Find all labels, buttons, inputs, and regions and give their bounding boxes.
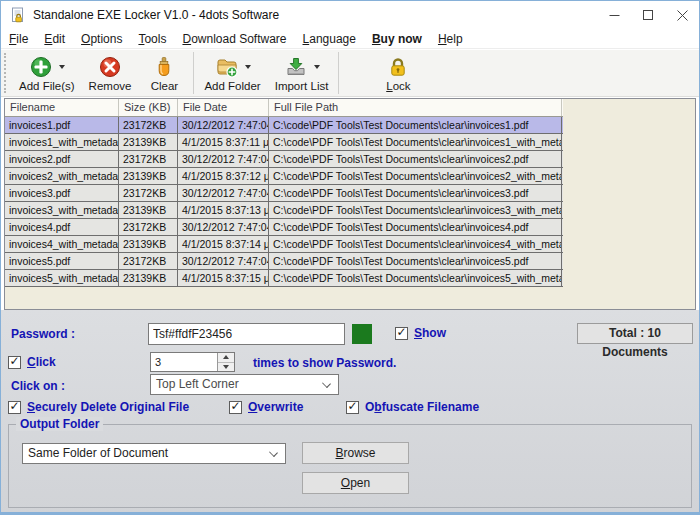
menu-language[interactable]: Language (295, 29, 364, 49)
table-cell: C:\code\PDF Tools\Test Documents\clear\i… (269, 151, 562, 167)
clear-icon (152, 55, 176, 79)
click-on-value: Top Left Corner (156, 377, 239, 391)
menu-buy-now[interactable]: Buy now (364, 29, 430, 49)
lock-icon (386, 55, 410, 79)
toolbar-gripper[interactable] (4, 53, 8, 93)
menu-tools[interactable]: Tools (130, 29, 174, 49)
maximize-icon (643, 10, 653, 20)
table-cell: C:\code\PDF Tools\Test Documents\clear\i… (269, 168, 562, 184)
table-row[interactable]: invoices2_with_metadata.pdf23139KB4/1/20… (5, 168, 563, 185)
import-list-icon (284, 55, 308, 79)
times-to-show-label: times to show Password. (253, 356, 396, 370)
table-cell: C:\code\PDF Tools\Test Documents\clear\i… (269, 253, 562, 269)
add-files-button[interactable]: Add File(s) (12, 53, 82, 93)
browse-button[interactable]: Browse (302, 442, 409, 464)
table-cell: 23172KB (119, 219, 178, 235)
menubar: File Edit Options Tools Download Softwar… (1, 29, 699, 49)
table-cell: 23139KB (119, 202, 178, 218)
table-cell: 23139KB (119, 134, 178, 150)
menu-file[interactable]: File (1, 29, 36, 49)
minimize-button[interactable] (597, 1, 631, 29)
table-row[interactable]: invoices4.pdf23172KB30/12/2012 7:47:04 π… (5, 219, 563, 236)
obfuscate-filename-checkbox[interactable]: Obfuscate Filename (346, 400, 479, 414)
output-folder-title: Output Folder (16, 417, 103, 431)
column-header-size[interactable]: Size (KB) (119, 99, 178, 116)
table-cell: 23139KB (119, 270, 178, 286)
close-button[interactable] (665, 1, 699, 29)
table-cell: 30/12/2012 7:47:04 πμ (178, 219, 269, 235)
open-button[interactable]: Open (302, 472, 409, 494)
show-password-checkbox[interactable]: Show (395, 326, 446, 340)
table-row[interactable]: invoices3_with_metadata.pdf23139KB4/1/20… (5, 202, 563, 219)
column-header-filename[interactable]: Filename (5, 99, 119, 116)
add-folder-icon (215, 55, 239, 79)
table-cell: 23172KB (119, 185, 178, 201)
table-cell: invoices1.pdf (5, 117, 119, 133)
click-checkbox[interactable]: Click (8, 355, 56, 369)
menu-download-software[interactable]: Download Software (174, 29, 294, 49)
password-input[interactable] (148, 323, 345, 345)
table-row[interactable]: invoices5_with_metadata.pdf23139KB4/1/20… (5, 270, 563, 287)
file-list: Filename Size (KB) File Date Full File P… (4, 98, 696, 310)
lock-button[interactable]: Lock (372, 53, 424, 93)
table-row[interactable]: invoices1_with_metadata.pdf23139KB4/1/20… (5, 134, 563, 151)
securely-delete-label: Securely Delete Original File (27, 400, 189, 414)
table-cell: invoices2_with_metadata.pdf (5, 168, 119, 184)
chevron-down-icon (269, 448, 278, 457)
table-cell: 4/1/2015 8:37:11 μμ (178, 134, 269, 150)
table-cell: 4/1/2015 8:37:13 μμ (178, 202, 269, 218)
table-cell: 30/12/2012 7:47:04 πμ (178, 151, 269, 167)
remove-button[interactable]: Remove (82, 53, 139, 93)
table-row[interactable]: invoices2.pdf23172KB30/12/2012 7:47:04 π… (5, 151, 563, 168)
import-list-button[interactable]: Import List (268, 53, 336, 93)
table-cell: 23172KB (119, 253, 178, 269)
password-label: Password : (11, 327, 75, 341)
output-folder-select[interactable]: Same Folder of Document (22, 443, 286, 464)
table-cell: C:\code\PDF Tools\Test Documents\clear\i… (269, 134, 562, 150)
table-cell: C:\code\PDF Tools\Test Documents\clear\i… (269, 270, 562, 286)
clear-button[interactable]: Clear (138, 53, 190, 93)
add-folder-dropdown-icon[interactable] (245, 65, 251, 69)
checkbox-check-icon (346, 401, 359, 414)
table-cell: C:\code\PDF Tools\Test Documents\clear\i… (269, 219, 562, 235)
stepper-up-button[interactable] (218, 353, 234, 363)
checkbox-check-icon (229, 401, 242, 414)
add-files-dropdown-icon[interactable] (59, 65, 65, 69)
column-header-file-date[interactable]: File Date (178, 99, 269, 116)
table-cell: 23172KB (119, 151, 178, 167)
table-cell: invoices5_with_metadata.pdf (5, 270, 119, 286)
table-cell: 23172KB (119, 117, 178, 133)
menu-options[interactable]: Options (73, 29, 130, 49)
checkbox-check-icon (8, 401, 21, 414)
toolbar: Add File(s) Remove Clear (1, 50, 699, 97)
overwrite-checkbox[interactable]: Overwrite (229, 400, 303, 414)
table-cell: 4/1/2015 8:37:14 μμ (178, 236, 269, 252)
overwrite-label: Overwrite (248, 400, 303, 414)
minimize-icon (609, 10, 620, 21)
stepper-down-button[interactable] (218, 363, 234, 372)
click-count-stepper[interactable]: 3 (150, 352, 235, 372)
remove-icon (98, 55, 122, 79)
table-cell: invoices1_with_metadata.pdf (5, 134, 119, 150)
options-panel: Password : Show Total : 10 Documents Cli… (1, 310, 699, 513)
menu-edit[interactable]: Edit (36, 29, 73, 49)
column-header-full-file-path[interactable]: Full File Path (269, 99, 562, 116)
show-password-label: Show (414, 326, 446, 340)
import-list-label: Import List (275, 80, 329, 92)
app-icon (10, 7, 26, 23)
maximize-button[interactable] (631, 1, 665, 29)
import-list-dropdown-icon[interactable] (314, 65, 320, 69)
table-row[interactable]: invoices3.pdf23172KB30/12/2012 7:47:04 π… (5, 185, 563, 202)
table-row[interactable]: invoices4_with_metadata.pdf23139KB4/1/20… (5, 236, 563, 253)
table-cell: invoices3.pdf (5, 185, 119, 201)
click-on-select[interactable]: Top Left Corner (150, 374, 339, 395)
window-controls (597, 1, 699, 29)
add-folder-button[interactable]: Add Folder (197, 53, 267, 93)
click-on-label: Click on : (11, 379, 65, 393)
menu-help[interactable]: Help (430, 29, 471, 49)
table-cell: 30/12/2012 7:47:04 πμ (178, 253, 269, 269)
add-files-icon (29, 55, 53, 79)
securely-delete-checkbox[interactable]: Securely Delete Original File (8, 400, 189, 414)
table-row[interactable]: invoices1.pdf23172KB30/12/2012 7:47:04 π… (5, 117, 563, 134)
table-row[interactable]: invoices5.pdf23172KB30/12/2012 7:47:04 π… (5, 253, 563, 270)
